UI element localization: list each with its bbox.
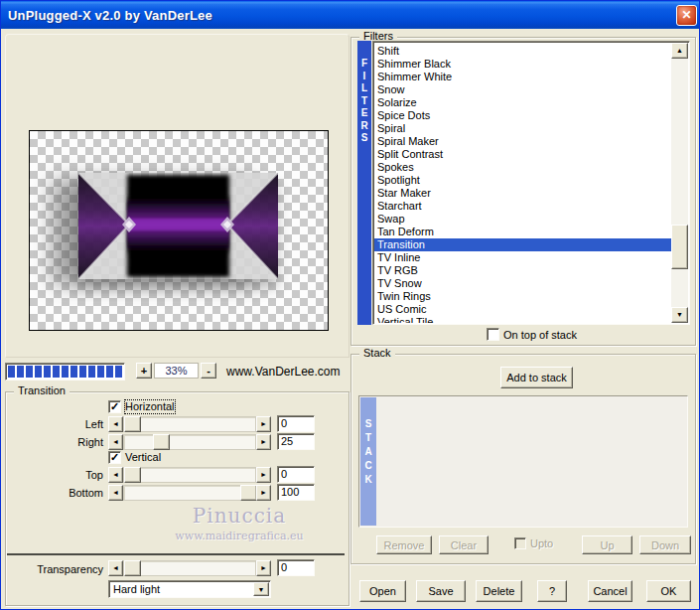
filter-list-item[interactable]: Shift [374,45,671,58]
filter-list-item[interactable]: Starchart [374,200,671,213]
filter-list-item[interactable]: TV Snow [374,277,671,290]
filter-list-item[interactable]: Twin Rings [374,290,671,303]
on-top-of-stack-checkbox[interactable] [487,328,499,341]
vanderlee-link[interactable]: www.VanDerLee.com [226,365,341,379]
bottom-slider-label: Bottom [31,485,103,501]
side-bar-letter: S [365,417,372,431]
clear-button[interactable]: Clear [439,535,489,554]
transparency-value[interactable]: 0 [277,559,315,576]
slider-arrow-right-icon[interactable]: ► [256,467,271,483]
ok-button[interactable]: OK [646,580,691,602]
filter-list-item[interactable]: TV Inline [374,251,671,264]
right-value[interactable]: 25 [277,433,315,450]
horizontal-checkbox[interactable] [108,400,121,413]
bottom-slider[interactable]: ◄ ► [108,485,271,501]
side-bar-letter: F [361,58,367,71]
up-button[interactable]: Up [582,535,632,554]
filters-scrollbar[interactable]: ▲ ▼ [671,43,688,323]
slider-track[interactable] [123,434,256,450]
filter-list-item[interactable]: Spotlight [374,174,671,187]
vertical-label[interactable]: Vertical [125,451,161,464]
chevron-down-icon[interactable]: ▼ [253,582,269,596]
side-bar-letter: I [363,71,366,83]
scroll-thumb[interactable] [671,225,688,269]
top-slider[interactable]: ◄ ► [108,467,271,483]
slider-track[interactable] [123,560,256,576]
preview-canvas[interactable] [29,130,329,331]
filter-list-item[interactable]: Spiral Maker [374,135,671,148]
upto-checkbox[interactable] [514,537,526,549]
delete-button[interactable]: Delete [476,580,522,602]
slider-arrow-left-icon[interactable]: ◄ [108,560,123,576]
slider-thumb[interactable] [124,416,141,432]
left-value[interactable]: 0 [277,415,315,432]
stack-list[interactable]: STACK [358,395,688,528]
zoom-level: 33% [154,363,199,379]
slider-thumb[interactable] [124,467,141,483]
slider-thumb[interactable] [153,434,170,450]
slider-arrow-left-icon[interactable]: ◄ [108,467,123,483]
help-button[interactable]: ? [537,580,567,602]
zoom-out-button[interactable]: - [201,363,216,379]
horizontal-label[interactable]: Horizontal [125,400,175,413]
side-bar-letter: E [361,107,368,120]
progress-segment [53,366,60,378]
open-button[interactable]: Open [359,580,406,602]
on-top-of-stack-label[interactable]: On top of stack [503,329,577,342]
progress-segment [97,366,104,378]
side-bar-letter: R [360,120,367,133]
filter-list-item[interactable]: TV RGB [374,264,671,277]
filter-list-item[interactable]: Spokes [374,161,671,174]
top-value[interactable]: 0 [277,466,315,483]
side-bar-letter: L [361,82,367,95]
close-icon[interactable]: ✕ [676,5,697,26]
bottom-value[interactable]: 100 [277,484,315,501]
slider-thumb[interactable] [124,560,141,576]
right-slider[interactable]: ◄ ► [108,434,271,450]
upto-label: Upto [530,537,553,550]
filter-list-item[interactable]: Swap [374,213,671,226]
zoom-in-button[interactable]: + [136,363,152,379]
right-slider-label: Right [31,434,103,450]
filter-list-item[interactable]: Tan Deform [374,226,671,238]
remove-button[interactable]: Remove [376,535,432,554]
filter-list-item[interactable]: Spiral [374,122,671,135]
filter-list-item[interactable]: Vertical Tile [374,316,671,323]
add-to-stack-button[interactable]: Add to stack [500,367,573,388]
progress-segment [106,366,113,378]
filter-list-item[interactable]: Solarize [374,96,671,109]
filter-list-item[interactable]: US Comic [374,303,671,316]
slider-thumb[interactable] [240,485,257,501]
filter-list-item[interactable]: Transition [374,238,671,251]
scroll-up-icon[interactable]: ▲ [671,43,688,59]
slider-arrow-right-icon[interactable]: ► [256,560,271,576]
progress-segment [62,366,69,378]
progress-segment [115,366,122,378]
filter-list-item[interactable]: Snow [374,83,671,96]
title-bar[interactable]: UnPlugged-X v2.0 by VanDerLee ✕ [1,1,700,29]
filter-list-item[interactable]: Star Maker [374,187,671,200]
filter-list-item[interactable]: Shimmer White [374,71,671,83]
slider-arrow-right-icon[interactable]: ► [256,416,271,432]
slider-arrow-right-icon[interactable]: ► [256,485,271,501]
filters-list[interactable]: ShiftShimmer BlackShimmer WhiteSnowSolar… [372,41,690,325]
filter-list-item[interactable]: Split Contrast [374,148,671,161]
slider-arrow-left-icon[interactable]: ◄ [108,485,123,501]
down-button[interactable]: Down [639,535,691,554]
filter-list-item[interactable]: Spice Dots [374,109,671,122]
slider-arrow-left-icon[interactable]: ◄ [108,416,123,432]
blend-mode-select[interactable]: Hard light ▼ [108,580,271,598]
cancel-button[interactable]: Cancel [588,580,632,602]
slider-arrow-right-icon[interactable]: ► [256,434,271,450]
slider-track[interactable] [123,416,256,432]
slider-track[interactable] [123,485,256,501]
left-slider[interactable]: ◄ ► [108,416,271,432]
scroll-down-icon[interactable]: ▼ [671,307,688,323]
stack-side-bar: STACK [360,397,376,526]
save-button[interactable]: Save [416,580,466,602]
transparency-slider[interactable]: ◄ ► [108,560,271,576]
slider-arrow-left-icon[interactable]: ◄ [108,434,123,450]
filter-list-item[interactable]: Shimmer Black [374,58,671,71]
slider-track[interactable] [123,467,256,483]
vertical-checkbox[interactable] [108,451,121,464]
